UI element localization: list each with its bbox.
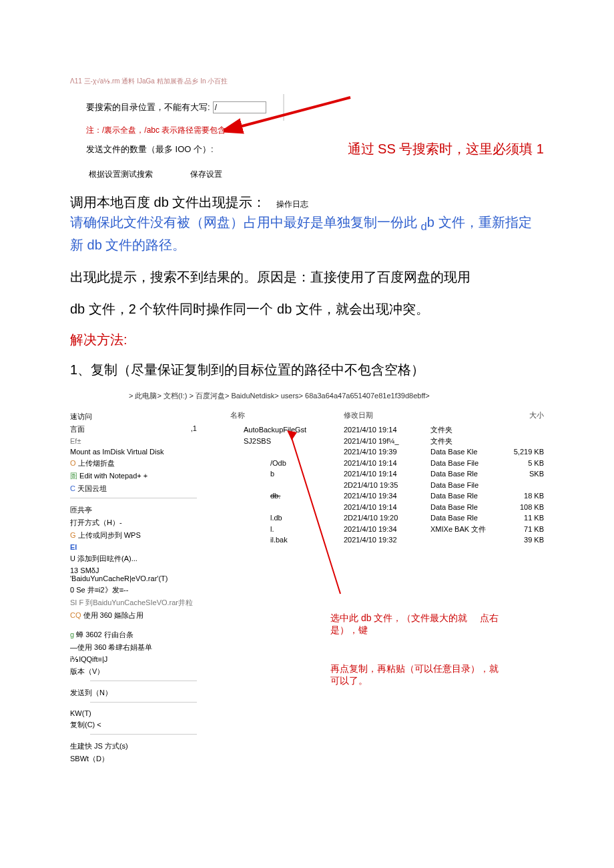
ctx-open-with[interactable]: 打开方式（H）- bbox=[70, 516, 197, 529]
paragraph-2: 出现此提示，搜索不到结果的。原因是：直接使用了百度网盘的现用 bbox=[70, 267, 544, 287]
header-garbled-note: Λ11 三-χ√a⅓.rm 通料 IJaGa 精加展香.品乡 In 小百拄 bbox=[70, 77, 544, 86]
paragraph-3: db 文件，2 个软件同时操作同一个 db 文件，就会出现冲突。 bbox=[70, 299, 544, 319]
ctx-copy[interactable]: 复制(C) < bbox=[70, 719, 197, 731]
file-row[interactable]: l.2021/4/10 19:34XMIXe BAK 文件71 KB bbox=[204, 524, 544, 535]
file-row[interactable]: l.db2D21/4/10 19:20Data Base Rle11 KB bbox=[204, 512, 544, 524]
path-input[interactable]: / bbox=[213, 101, 266, 113]
step-1: 1、复制（尽量保证复制到的目标位置的路径中不包含空格） bbox=[70, 361, 544, 379]
ctx-qqift[interactable]: i⅓lQQift≡|J bbox=[70, 654, 197, 665]
test-search-button[interactable]: 根据设置测试搜索 bbox=[86, 167, 156, 181]
col-name[interactable]: 名称 bbox=[204, 410, 344, 420]
count-label: 发送文件的数量（最多 IOO 个）: bbox=[86, 143, 214, 155]
path-label: 要搜索的目录位置，不能有大写: bbox=[86, 101, 210, 113]
ctx-quick-access[interactable]: 速访问 bbox=[70, 410, 197, 423]
ctx-version[interactable]: 版本（V） bbox=[70, 665, 197, 678]
file-row[interactable]: b2021/4/10 19:14Data Base RleSKB bbox=[204, 468, 544, 480]
file-explorer: 速访问 言面,1 Ef± Mount as ImDisk Virtual Dis… bbox=[70, 410, 544, 765]
ss-note: 通过 SS 号搜索时，这里必须填 1 bbox=[348, 140, 544, 158]
file-row[interactable]: AutoBackupFileGst2021/4/10 19:14文件夹 bbox=[204, 424, 544, 436]
ctx-sbwt[interactable]: SBWt（D） bbox=[70, 753, 197, 765]
save-settings-button[interactable]: 保存设置 bbox=[188, 167, 225, 181]
ctx-cloud[interactable]: C 天国云坦 bbox=[70, 482, 197, 495]
breadcrumb: > 此电脑> 文档(I:) > 百度河盘> BaiduNetdisk> user… bbox=[129, 391, 544, 401]
ctx-eft[interactable]: Ef± bbox=[70, 436, 197, 446]
ctx-rar-2[interactable]: 0 Se 井≡i2》发≡-- bbox=[70, 584, 197, 596]
paragraph-1: 调用本地百度 db 文件出现提示： 操作日志 请确保此文件没有被（网盘）占用中最… bbox=[70, 192, 544, 255]
ctx-rar-3[interactable]: SI F 到BaiduYunCacheSIeVO.rar井粒 bbox=[70, 596, 197, 609]
col-size[interactable]: 大小 bbox=[504, 410, 544, 420]
file-row[interactable]: /Odb2021/4/10 19:14Data Base File5 KB bbox=[204, 458, 544, 469]
ctx-wps[interactable]: G 上传或同步到 WPS bbox=[70, 529, 197, 542]
ctx-use360[interactable]: —使用 360 希肆右娟基单 bbox=[70, 641, 197, 654]
context-menu: 速访问 言面,1 Ef± Mount as ImDisk Virtual Dis… bbox=[70, 410, 204, 765]
column-headers: 名称 修改日期 大小 bbox=[204, 410, 544, 420]
ctx-3602[interactable]: g 蝉 3602 行由台条 bbox=[70, 628, 197, 641]
divider bbox=[283, 94, 284, 121]
p1-text: 调用本地百度 db 文件出现提示： bbox=[70, 195, 266, 209]
file-row[interactable]: db.2021/4/10 19:34Data Base Rle18 KB bbox=[204, 490, 544, 502]
ctx-rar-1[interactable]: 13 SMδJ 'BaiduYunCacheR|eVO.rar'(T) bbox=[70, 565, 197, 584]
col-date[interactable]: 修改日期 bbox=[344, 410, 430, 420]
annotation-select-db: 选中此 db 文件，（文件最大的就是），键 点右 bbox=[330, 612, 544, 636]
file-list: 名称 修改日期 大小 AutoBackupFileGst2021/4/10 19… bbox=[204, 410, 544, 765]
log-button[interactable]: 操作日志 bbox=[274, 199, 311, 209]
ctx-send-to[interactable]: 发送到（N） bbox=[70, 687, 197, 699]
solution-heading: 解决方法: bbox=[70, 331, 544, 349]
ctx-add-attachment[interactable]: U 添加到田昡件(A)... bbox=[70, 552, 197, 565]
file-row[interactable]: SJ2SBS2021/4/10 19f¼_文件夹 bbox=[204, 436, 544, 447]
ctx-kwt[interactable]: KW(T) bbox=[70, 708, 197, 719]
path-note: 注：/裏示全盘，/abc 表示路径需要包含 abc bbox=[86, 125, 544, 136]
ctx-edit-notepad[interactable]: 圄 Edit with Notepad+ + bbox=[70, 470, 197, 482]
file-row[interactable]: 2D21/4/10 19:35Data Base File bbox=[204, 480, 544, 491]
file-row[interactable]: 2021/4/10 19:39Data Base Kle5,219 KB bbox=[204, 446, 544, 458]
file-row[interactable]: 2021/4/10 19:14Data Base Rle108 KB bbox=[204, 502, 544, 513]
ctx-upload-disk[interactable]: O 上传烟折盘 bbox=[70, 457, 197, 470]
ctx-mount-imdisk[interactable]: Mount as ImDisk Virtual Disk bbox=[70, 446, 197, 457]
ctx-360-unlock[interactable]: CQ 使用 360 嫗除占用 bbox=[70, 609, 197, 622]
ctx-share[interactable]: 匝共亭 bbox=[70, 504, 197, 516]
ctx-desktop[interactable]: 言面,1 bbox=[70, 423, 197, 436]
annotation-copy-paste: 再点复制，再粘贴（可以任意目录），就可以了。 bbox=[330, 663, 504, 687]
path-row: 要搜索的目录位置，不能有大写: / bbox=[86, 94, 544, 121]
ctx-js-shortcut[interactable]: 生建快 JS 方式(s) bbox=[70, 740, 197, 753]
ctx-ei[interactable]: EI bbox=[70, 542, 197, 552]
p1-blue: 请确保此文件没有被（网盘）占用中最好是单独复制一份此 db 文件，重新指定新 d… bbox=[70, 215, 532, 252]
file-row[interactable]: il.bak2021/4/10 19:3239 KB bbox=[204, 534, 544, 546]
